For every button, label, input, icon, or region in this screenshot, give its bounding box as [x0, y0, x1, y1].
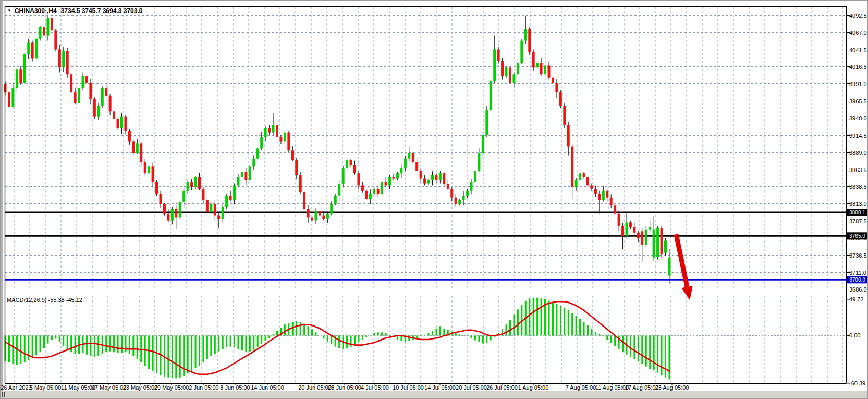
price-tick-label: 3965.5	[849, 98, 867, 104]
macd-tick-label: 49.72	[849, 296, 864, 303]
time-tick-label: 8 Jun 05:00	[220, 384, 250, 391]
macd-signal-line	[5, 301, 669, 374]
time-tick-label: 1 Aug 05:00	[518, 384, 549, 391]
trend-arrow	[676, 234, 693, 300]
resize-grip-icon[interactable]	[2, 392, 6, 397]
time-tick-label: 14 Jun 05:00	[251, 384, 284, 391]
macd-panel: 49.720.00-60.39	[5, 296, 865, 386]
price-tick-label: 3863.5	[849, 167, 867, 173]
macd-indicator-label: MACD(12,26,9) -55.38 -45.12	[7, 297, 82, 303]
price-tick-label: 4092.5	[849, 13, 867, 19]
price-tick-label: 3991.0	[849, 81, 867, 87]
symbol-timeframe-label: CHINA300-,H4	[15, 7, 57, 15]
price-tick-label: 3813.0	[849, 201, 867, 207]
time-tick-label: 11 Aug 05:00	[595, 384, 629, 391]
panel-frames	[2, 1, 847, 392]
price-tick-label: 3711.0	[849, 270, 866, 276]
window-bottom-strip	[1, 391, 867, 398]
time-axis: 26 Apr 20235 May 05:0011 May 05:0017 May…	[1, 383, 689, 391]
price-tick-label: 4041.5	[849, 47, 867, 53]
time-tick-label: 23 May 05:00	[123, 384, 158, 391]
price-tick-label: 3736.5	[849, 252, 867, 259]
price-tick-label: 3940.0	[849, 115, 867, 122]
time-tick-label: 2 Jun 05:00	[189, 384, 219, 391]
time-tick-label: 17 May 05:00	[92, 384, 127, 391]
macd-tick-label: 0.00	[849, 332, 860, 338]
price-badge-label: 3765.0	[849, 233, 865, 239]
time-tick-label: 5 May 05:00	[30, 384, 62, 391]
time-tick-label: 20 Jun 05:00	[298, 384, 332, 391]
chart-title: ▼CHINA300-,H43734.5 3745.7 3694.3 3703.0	[7, 7, 142, 15]
price-tick-label: 4067.0	[849, 30, 867, 36]
hlines	[5, 212, 846, 280]
time-tick-label: 28 Jun 05:00	[328, 384, 361, 391]
price-badge-label: 3700.0	[849, 277, 865, 283]
grid: 4092.54067.04041.54016.53991.03965.53940…	[5, 7, 867, 383]
time-tick-label: 29 May 05:00	[154, 384, 189, 391]
candles	[4, 15, 671, 284]
trading-chart-window: 4092.54067.04041.54016.53991.03965.53940…	[0, 0, 868, 399]
time-tick-label: 26 Apr 2023	[1, 384, 31, 391]
time-tick-label: 14 Jul 05:00	[424, 384, 456, 391]
price-tick-label: 3889.0	[849, 150, 867, 156]
time-tick-label: 23 Aug 05:00	[655, 384, 689, 391]
time-tick-label: 10 Jul 05:00	[393, 384, 424, 391]
price-tick-label: 4016.5	[849, 64, 867, 70]
time-tick-label: 11 May 05:00	[61, 384, 95, 391]
price-tick-label: 3787.5	[849, 218, 867, 224]
time-tick-label: 7 Aug 05:00	[566, 384, 596, 391]
price-badge-label: 3800.1	[849, 210, 865, 215]
macd-tick-label: -60.39	[849, 380, 865, 386]
time-tick-label: 20 Jul 05:00	[456, 384, 487, 391]
time-tick-label: 4 Jul 05:00	[361, 384, 389, 391]
ohlc-values: 3734.5 3745.7 3694.3 3703.0	[61, 7, 143, 15]
symbol-dropdown-icon[interactable]: ▼	[7, 8, 11, 13]
time-tick-label: 17 Aug 05:00	[625, 384, 659, 391]
time-tick-label: 26 Jul 05:00	[486, 384, 518, 391]
price-tick-label: 3838.5	[849, 184, 867, 190]
price-tick-label: 3686.0	[849, 286, 867, 293]
price-tick-label: 3914.5	[849, 132, 867, 139]
chart-canvas[interactable]: 4092.54067.04041.54016.53991.03965.53940…	[1, 1, 868, 399]
